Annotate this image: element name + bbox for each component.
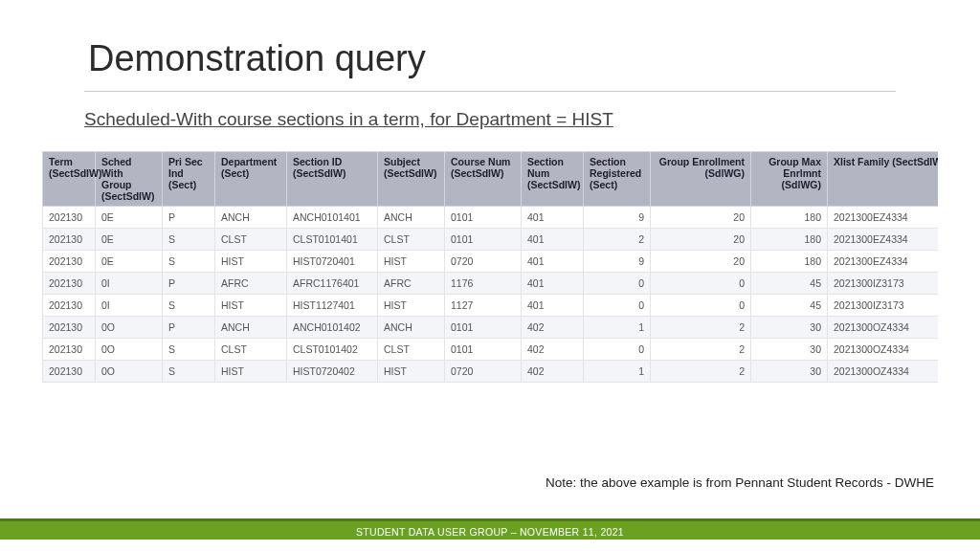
header-row: Term (SectSdlW) Sched With Group (SectSd… <box>43 152 939 207</box>
col-xlist-family: Xlist Family (SectSdlW) <box>828 152 939 207</box>
slide-subtitle: Scheduled-With course sections in a term… <box>0 92 980 142</box>
cell: 0101 <box>445 317 522 339</box>
col-section-num: Section Num (SectSdlW) <box>522 152 584 207</box>
cell: 0 <box>584 339 651 361</box>
results-table-wrap: Term (SectSdlW) Sched With Group (SectSd… <box>42 151 938 414</box>
cell: 401 <box>522 229 584 251</box>
cell: 202130 <box>43 273 96 295</box>
col-course-num: Course Num (SectSdlW) <box>445 152 522 207</box>
cell: 45 <box>751 273 828 295</box>
cell: 30 <box>751 361 828 383</box>
cell: CLST0101402 <box>287 339 378 361</box>
cell: 401 <box>522 251 584 273</box>
cell: 20 <box>651 207 751 229</box>
cell: HIST <box>215 361 287 383</box>
cell: 401 <box>522 207 584 229</box>
cell: 402 <box>522 339 584 361</box>
col-section-reg: Section Registered (Sect) <box>584 152 651 207</box>
cell: 2021300EZ4334 <box>828 251 939 273</box>
cell: 0O <box>96 317 163 339</box>
cell: 9 <box>584 251 651 273</box>
cell: 0E <box>96 251 163 273</box>
cell: P <box>163 317 215 339</box>
cell: 2 <box>584 229 651 251</box>
cell: 401 <box>522 295 584 317</box>
cell: 9 <box>584 207 651 229</box>
cell: 0O <box>96 339 163 361</box>
cell: AFRC <box>215 273 287 295</box>
cell: 2021300OZ4334 <box>828 339 939 361</box>
cell: 0 <box>584 295 651 317</box>
cell: 2021300OZ4334 <box>828 317 939 339</box>
cell: 30 <box>751 317 828 339</box>
cell: S <box>163 295 215 317</box>
table-row: 2021300ESHISTHIST0720401HIST072040192018… <box>43 251 939 273</box>
col-section-id: Section ID (SectSdlW) <box>287 152 378 207</box>
col-group-enroll: Group Enrollment (SdlWG) <box>651 152 751 207</box>
table-body: 2021300EPANCHANCH0101401ANCH010140192018… <box>43 207 939 383</box>
cell: 1176 <box>445 273 522 295</box>
cell: CLST <box>378 229 445 251</box>
cell: S <box>163 361 215 383</box>
cell: CLST <box>215 229 287 251</box>
slide: Demonstration query Scheduled-With cours… <box>0 0 980 551</box>
cell: 2021300IZ3173 <box>828 295 939 317</box>
cell: HIST <box>378 251 445 273</box>
cell: 2021300EZ4334 <box>828 207 939 229</box>
cell: ANCH <box>378 317 445 339</box>
cell: 0 <box>651 295 751 317</box>
slide-title: Demonstration query <box>0 0 980 87</box>
table-head: Term (SectSdlW) Sched With Group (SectSd… <box>43 152 939 207</box>
cell: 202130 <box>43 251 96 273</box>
col-pri-sec-ind: Pri Sec Ind (Sect) <box>163 152 215 207</box>
cell: ANCH <box>378 207 445 229</box>
cell: 20 <box>651 251 751 273</box>
cell: HIST <box>215 295 287 317</box>
cell: 0720 <box>445 251 522 273</box>
cell: 2 <box>651 317 751 339</box>
col-sched-with-group: Sched With Group (SectSdlW) <box>96 152 163 207</box>
cell: 180 <box>751 251 828 273</box>
cell: CLST <box>378 339 445 361</box>
cell: HIST <box>378 361 445 383</box>
cell: 45 <box>751 295 828 317</box>
table-row: 2021300EPANCHANCH0101401ANCH010140192018… <box>43 207 939 229</box>
cell: HIST0720402 <box>287 361 378 383</box>
cell: 2021300EZ4334 <box>828 229 939 251</box>
cell: CLST <box>215 339 287 361</box>
cell: 202130 <box>43 317 96 339</box>
cell: 0 <box>584 273 651 295</box>
cell: 202130 <box>43 229 96 251</box>
col-group-max: Group Max Enrlmnt (SdlWG) <box>751 152 828 207</box>
cell: S <box>163 229 215 251</box>
table-row: 2021300IPAFRCAFRC1176401AFRC117640100452… <box>43 273 939 295</box>
cell: 202130 <box>43 361 96 383</box>
cell: AFRC1176401 <box>287 273 378 295</box>
cell: 0101 <box>445 339 522 361</box>
cell: HIST <box>215 251 287 273</box>
cell: HIST1127401 <box>287 295 378 317</box>
cell: 180 <box>751 207 828 229</box>
cell: 402 <box>522 361 584 383</box>
cell: HIST0720401 <box>287 251 378 273</box>
cell: 0E <box>96 229 163 251</box>
cell: 1127 <box>445 295 522 317</box>
cell: 1 <box>584 317 651 339</box>
cell: 202130 <box>43 339 96 361</box>
cell: 401 <box>522 273 584 295</box>
cell: 0 <box>651 273 751 295</box>
cell: P <box>163 207 215 229</box>
cell: 30 <box>751 339 828 361</box>
cell: ANCH <box>215 317 287 339</box>
cell: 2021300IZ3173 <box>828 273 939 295</box>
cell: 0E <box>96 207 163 229</box>
cell: 2 <box>651 339 751 361</box>
table-row: 2021300OSCLSTCLST0101402CLST010140202302… <box>43 339 939 361</box>
cell: 2 <box>651 361 751 383</box>
footnote: Note: the above example is from Pennant … <box>546 475 934 490</box>
cell: CLST0101401 <box>287 229 378 251</box>
cell: 0101 <box>445 229 522 251</box>
col-department: Department (Sect) <box>215 152 287 207</box>
cell: S <box>163 251 215 273</box>
footer-bar: STUDENT DATA USER GROUP – NOVEMBER 11, 2… <box>0 518 980 540</box>
